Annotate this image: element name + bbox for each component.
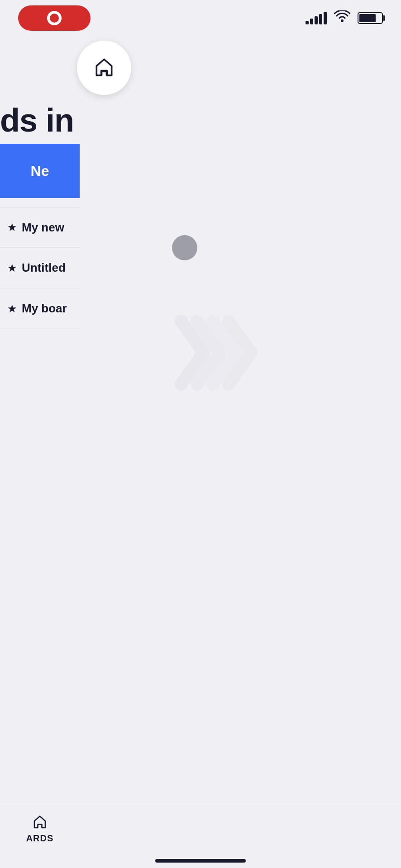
svg-point-0	[341, 19, 344, 22]
home-indicator	[155, 859, 246, 863]
page-heading: ds in	[0, 104, 74, 137]
home-button[interactable]	[77, 41, 131, 95]
board-item-my-new[interactable]: ★ My new	[0, 207, 80, 248]
recording-dot	[47, 11, 62, 25]
status-bar	[0, 0, 401, 36]
signal-icon	[306, 12, 327, 24]
board-name-untitled: Untitled	[22, 261, 66, 275]
new-board-button[interactable]: Ne	[0, 144, 80, 198]
board-name-my-new: My new	[22, 221, 64, 235]
nav-boards-label: ARDS	[26, 833, 54, 844]
battery-fill	[359, 14, 376, 22]
board-list: ★ My new ★ Untitled ★ My boar	[0, 207, 80, 329]
star-icon: ★	[7, 221, 17, 234]
drag-handle[interactable]	[172, 235, 197, 260]
status-icons	[306, 10, 383, 26]
board-item-my-board[interactable]: ★ My boar	[0, 288, 80, 329]
recording-indicator	[18, 5, 91, 31]
app-logo-watermark	[172, 307, 272, 400]
home-icon	[93, 57, 115, 79]
star-icon-my-board: ★	[7, 302, 17, 315]
star-icon-untitled: ★	[7, 262, 17, 274]
bottom-nav: ARDS	[0, 805, 401, 868]
left-panel: ds in Ne ★ My new ★ Untitled ★ My boar	[0, 0, 80, 868]
new-board-label: Ne	[31, 163, 49, 179]
nav-home-icon	[32, 814, 48, 830]
nav-item-boards[interactable]: ARDS	[0, 814, 80, 844]
battery-icon	[358, 12, 383, 24]
wifi-icon	[334, 10, 350, 26]
board-item-untitled[interactable]: ★ Untitled	[0, 248, 80, 288]
recording-dot-inner	[50, 14, 59, 23]
board-name-my-board: My boar	[22, 302, 67, 316]
